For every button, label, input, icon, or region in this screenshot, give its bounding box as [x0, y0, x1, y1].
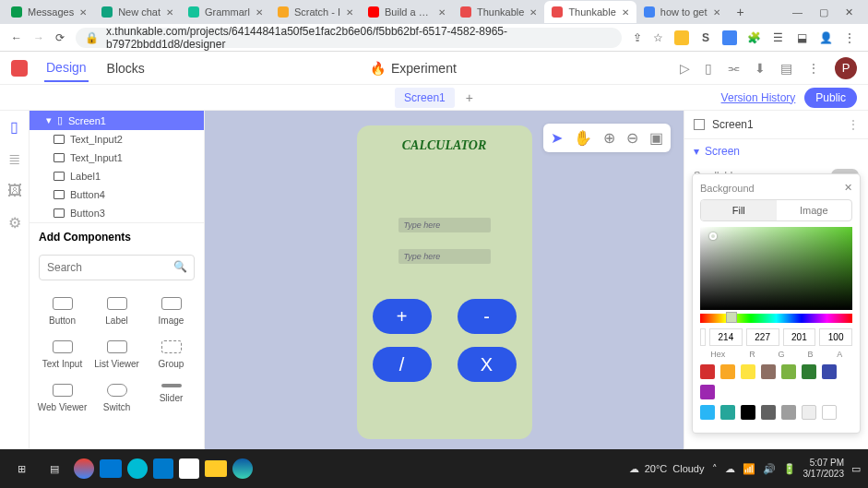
- close-icon[interactable]: ✕: [256, 7, 263, 18]
- extension-icon[interactable]: [674, 30, 689, 45]
- preview-button-multiply[interactable]: X: [458, 347, 517, 382]
- browser-tab[interactable]: Scratch - I✕: [270, 1, 361, 23]
- app-icon[interactable]: [179, 458, 199, 479]
- close-icon[interactable]: ✕: [438, 7, 446, 18]
- zoom-out-icon[interactable]: ⊖: [626, 129, 638, 147]
- url-input[interactable]: 🔒 x.thunkable.com/projects/64144841a50f5…: [76, 28, 622, 48]
- taskbar-clock[interactable]: 5:07 PM 3/17/2023: [803, 458, 845, 480]
- add-screen-button[interactable]: +: [466, 90, 473, 105]
- chrome-icon[interactable]: [74, 458, 94, 479]
- close-icon[interactable]: ✕: [346, 7, 353, 18]
- section-screen[interactable]: ▾ Screen: [684, 139, 868, 163]
- color-swatch[interactable]: [720, 405, 735, 420]
- palette-label[interactable]: Label: [91, 292, 142, 331]
- start-icon[interactable]: ⊞: [7, 455, 35, 482]
- palette-list-viewer[interactable]: List Viewer: [91, 335, 142, 375]
- preview-button-plus[interactable]: +: [373, 299, 432, 334]
- user-avatar[interactable]: P: [835, 57, 857, 79]
- tab-blocks[interactable]: Blocks: [105, 55, 147, 81]
- design-canvas[interactable]: ➤ ✋ ⊕ ⊖ ▣ CALCULATOR Type here Type here…: [205, 111, 684, 449]
- tree-item[interactable]: Button3: [30, 204, 204, 222]
- palette-group[interactable]: Group: [146, 335, 196, 375]
- tab-fill[interactable]: Fill: [701, 200, 777, 220]
- assets-icon[interactable]: 🖼: [7, 183, 22, 199]
- battery-icon[interactable]: 🔋: [783, 463, 796, 475]
- hue-knob[interactable]: [726, 312, 737, 323]
- share-icon[interactable]: ⫘: [727, 61, 740, 76]
- palette-image[interactable]: Image: [146, 292, 196, 331]
- maximize-icon[interactable]: ▢: [819, 6, 828, 18]
- color-swatch[interactable]: [781, 364, 796, 379]
- browser-tab[interactable]: Messages✕: [4, 1, 94, 23]
- color-swatch[interactable]: [700, 405, 715, 420]
- preview-text-input[interactable]: Type here: [398, 218, 491, 232]
- browser-tab[interactable]: how to get✕: [636, 1, 728, 23]
- wifi-icon[interactable]: 📶: [743, 463, 755, 475]
- onedrive-icon[interactable]: ☁: [725, 463, 735, 475]
- palette-button[interactable]: Button: [37, 292, 88, 331]
- browser-tab[interactable]: Thunkable✕: [453, 1, 544, 23]
- close-icon[interactable]: ✕: [713, 7, 720, 18]
- extensions-icon[interactable]: 🧩: [746, 30, 761, 45]
- notifications-icon[interactable]: ▭: [851, 463, 861, 475]
- profile-avatar[interactable]: 👤: [818, 30, 833, 45]
- tree-item[interactable]: Text_Input2: [30, 130, 204, 149]
- tree-item[interactable]: Text_Input1: [30, 149, 204, 167]
- color-swatch[interactable]: [781, 405, 796, 420]
- close-icon[interactable]: ✕: [166, 7, 173, 18]
- docs-icon[interactable]: ▤: [780, 61, 792, 76]
- close-icon[interactable]: ✕: [79, 7, 87, 18]
- chevron-up-icon[interactable]: ˄: [712, 463, 718, 475]
- version-history-link[interactable]: Version History: [721, 91, 796, 104]
- search-input[interactable]: [39, 255, 195, 280]
- kebab-icon[interactable]: ⋮: [848, 118, 859, 131]
- explorer-icon[interactable]: [205, 460, 227, 477]
- b-input[interactable]: [783, 328, 816, 346]
- tree-screen-row[interactable]: ▾ ▯ Screen1: [30, 111, 204, 130]
- database-icon[interactable]: ≣: [8, 150, 20, 168]
- hand-icon[interactable]: ✋: [574, 129, 592, 147]
- browser-tab-active[interactable]: Thunkable✕: [544, 1, 636, 23]
- r-input[interactable]: [709, 328, 743, 346]
- edge-icon[interactable]: [232, 458, 253, 479]
- close-icon[interactable]: ✕: [622, 7, 629, 18]
- new-tab-button[interactable]: +: [731, 3, 750, 21]
- downloads-icon[interactable]: ⬓: [794, 30, 809, 45]
- tab-image[interactable]: Image: [777, 200, 852, 220]
- color-swatch[interactable]: [741, 405, 755, 420]
- hue-slider[interactable]: [700, 314, 852, 323]
- color-swatch[interactable]: [802, 364, 816, 379]
- browser-tab[interactable]: New chat✕: [94, 1, 181, 23]
- close-icon[interactable]: ✕: [844, 182, 852, 194]
- pointer-icon[interactable]: ➤: [551, 129, 563, 147]
- preview-text-input[interactable]: Type here: [398, 249, 491, 264]
- volume-icon[interactable]: 🔊: [763, 463, 776, 475]
- star-icon[interactable]: ☆: [653, 31, 663, 44]
- weather-widget[interactable]: ☁ 20°C Cloudy: [629, 463, 705, 475]
- color-swatch[interactable]: [822, 405, 837, 420]
- color-swatch[interactable]: [720, 364, 735, 379]
- share-icon[interactable]: ⇪: [633, 31, 642, 44]
- extension-icon[interactable]: S: [698, 30, 713, 45]
- color-swatch[interactable]: [822, 364, 837, 379]
- color-swatch[interactable]: [700, 385, 715, 399]
- play-icon[interactable]: ▷: [680, 61, 690, 76]
- color-swatch[interactable]: [761, 405, 776, 420]
- kebab-icon[interactable]: ⋮: [807, 61, 820, 76]
- screen-chip[interactable]: Screen1: [395, 88, 455, 108]
- a-input[interactable]: [819, 328, 852, 346]
- g-input[interactable]: [746, 328, 779, 346]
- minimize-icon[interactable]: —: [792, 6, 803, 18]
- reload-icon[interactable]: ⟳: [55, 31, 65, 44]
- extension-icon[interactable]: [722, 30, 737, 45]
- palette-slider[interactable]: Slider: [146, 378, 196, 418]
- browser-tab[interactable]: Build a Cal✕: [361, 1, 453, 23]
- hex-input[interactable]: [700, 328, 706, 346]
- download-icon[interactable]: ⬇: [755, 61, 766, 76]
- public-button[interactable]: Public: [804, 88, 857, 108]
- mail-icon[interactable]: [100, 459, 122, 478]
- tab-design[interactable]: Design: [44, 54, 89, 82]
- browser-tab[interactable]: Grammarl✕: [181, 1, 270, 23]
- picker-knob[interactable]: [709, 232, 717, 240]
- task-view-icon[interactable]: ▤: [41, 455, 68, 482]
